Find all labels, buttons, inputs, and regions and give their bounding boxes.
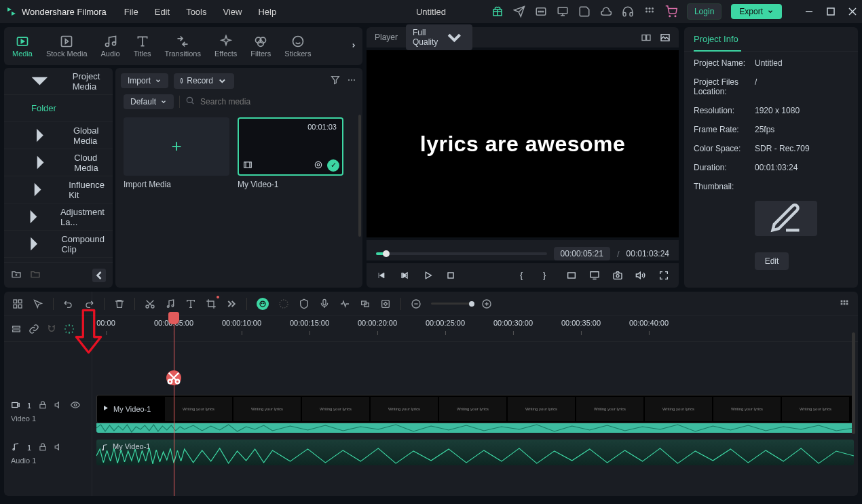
sidebar-item-project-media[interactable]: Project Media bbox=[4, 68, 113, 95]
tab-media[interactable]: Media bbox=[12, 35, 33, 58]
expand-icon[interactable] bbox=[226, 298, 237, 309]
headphones-icon[interactable] bbox=[622, 5, 634, 18]
playhead[interactable] bbox=[174, 316, 174, 496]
message-icon[interactable] bbox=[535, 5, 547, 18]
prev-frame-icon[interactable] bbox=[376, 270, 387, 281]
new-folder-icon[interactable] bbox=[11, 269, 22, 282]
maximize-icon[interactable] bbox=[827, 7, 835, 16]
project-info-tab[interactable]: Project Info bbox=[684, 27, 858, 52]
video-track-header[interactable]: 1 Video 1 bbox=[4, 392, 92, 430]
scrub-bar[interactable] bbox=[376, 252, 547, 255]
mute-icon[interactable] bbox=[54, 400, 64, 412]
mark-out-icon[interactable]: } bbox=[543, 270, 554, 281]
video-clip[interactable]: My Video-1 Writing your lyrics Writing y… bbox=[96, 395, 854, 423]
search-input[interactable] bbox=[200, 97, 354, 106]
collapse-sidebar-icon[interactable] bbox=[92, 269, 106, 282]
add-track-icon[interactable] bbox=[11, 324, 22, 334]
cut-marker-icon[interactable] bbox=[166, 370, 181, 385]
delete-folder-icon[interactable] bbox=[30, 269, 41, 282]
quality-dropdown[interactable]: Full Quality bbox=[406, 24, 472, 51]
sidebar-item-cloud-media[interactable]: Cloud Media bbox=[4, 149, 113, 176]
timeline-body[interactable]: 00:00 00:00:05:00 00:00:10:00 00:00:15:0… bbox=[92, 292, 858, 496]
mark-in-icon[interactable]: { bbox=[520, 270, 531, 281]
beat-icon[interactable] bbox=[339, 298, 350, 309]
timeline-ruler[interactable]: 00:00 00:00:05:00 00:00:10:00 00:00:15:0… bbox=[92, 316, 858, 342]
keyframe-icon[interactable] bbox=[380, 298, 391, 309]
menu-edit[interactable]: Edit bbox=[155, 7, 170, 17]
arrange-icon[interactable] bbox=[12, 298, 23, 309]
lock-icon[interactable] bbox=[38, 442, 48, 454]
timeline-scrollbar[interactable] bbox=[852, 332, 855, 434]
redo-icon[interactable] bbox=[83, 298, 94, 309]
fullscreen-icon[interactable] bbox=[658, 270, 669, 281]
tab-effects[interactable]: Effects bbox=[214, 35, 237, 58]
snapshot-icon[interactable] bbox=[612, 270, 623, 281]
export-button[interactable]: Export bbox=[731, 4, 782, 19]
play-back-icon[interactable] bbox=[399, 270, 410, 281]
link-icon[interactable] bbox=[29, 324, 39, 334]
tab-stickers[interactable]: Stickers bbox=[284, 35, 311, 58]
import-media-tile[interactable]: + Import Media bbox=[124, 117, 229, 189]
ratio-icon[interactable] bbox=[566, 270, 577, 281]
compare-view-icon[interactable] bbox=[641, 31, 652, 44]
tabs-more-icon[interactable] bbox=[350, 41, 357, 52]
minimize-icon[interactable] bbox=[805, 7, 813, 16]
close-icon[interactable] bbox=[848, 7, 857, 16]
menu-tools[interactable]: Tools bbox=[186, 7, 206, 17]
trash-icon[interactable] bbox=[114, 298, 125, 309]
lock-icon[interactable] bbox=[38, 400, 48, 412]
color-icon[interactable] bbox=[278, 298, 289, 309]
crop-icon[interactable] bbox=[206, 298, 217, 309]
send-icon[interactable] bbox=[513, 5, 525, 18]
undo-icon[interactable] bbox=[63, 298, 74, 309]
media-scrollbar[interactable] bbox=[358, 115, 361, 237]
sidebar-item-global-media[interactable]: Global Media bbox=[4, 122, 113, 149]
cursor-icon[interactable] bbox=[33, 298, 43, 309]
cut-icon[interactable] bbox=[145, 298, 155, 309]
gift-icon[interactable] bbox=[491, 5, 504, 18]
cloud-icon[interactable] bbox=[600, 5, 612, 18]
sidebar-item-influence-kit[interactable]: Influence Kit bbox=[4, 176, 113, 203]
play-icon[interactable] bbox=[422, 270, 433, 281]
mute-icon[interactable] bbox=[54, 442, 64, 454]
ai-chip-icon[interactable] bbox=[257, 298, 269, 310]
sort-dropdown[interactable]: Default bbox=[124, 94, 174, 109]
scrub-knob[interactable] bbox=[383, 250, 390, 257]
tab-stock-media[interactable]: Stock Media bbox=[46, 35, 88, 58]
menu-help[interactable]: Help bbox=[258, 7, 276, 17]
view-mode-icon[interactable] bbox=[839, 298, 850, 309]
cart-icon[interactable] bbox=[665, 5, 677, 18]
filter-icon[interactable] bbox=[330, 75, 341, 88]
group-icon[interactable] bbox=[360, 298, 371, 309]
login-button[interactable]: Login bbox=[687, 3, 722, 20]
sidebar-item-compound-clip[interactable]: Compound Clip bbox=[4, 231, 113, 258]
tab-titles[interactable]: Titles bbox=[134, 35, 151, 58]
preview-viewport[interactable]: lyrics are awesome bbox=[367, 50, 679, 237]
mic-icon[interactable] bbox=[319, 298, 330, 309]
zoom-slider[interactable] bbox=[431, 303, 472, 305]
more-options-icon[interactable] bbox=[346, 75, 357, 88]
music-note-icon[interactable] bbox=[165, 298, 176, 309]
tab-filters[interactable]: Filters bbox=[250, 35, 271, 58]
eye-icon[interactable] bbox=[71, 400, 80, 412]
display-icon[interactable] bbox=[589, 270, 600, 281]
stop-icon[interactable] bbox=[445, 270, 456, 281]
image-view-icon[interactable] bbox=[660, 31, 671, 44]
thumbnail-preview[interactable] bbox=[755, 201, 817, 236]
menu-view[interactable]: View bbox=[223, 7, 242, 17]
volume-icon[interactable] bbox=[635, 270, 646, 281]
zoom-out-icon[interactable] bbox=[411, 298, 421, 309]
shield-icon[interactable] bbox=[299, 298, 310, 309]
audio-clip[interactable]: My Video-1 bbox=[96, 440, 854, 465]
tab-transitions[interactable]: Transitions bbox=[165, 35, 201, 58]
monitor-icon[interactable] bbox=[557, 5, 569, 18]
apps-icon[interactable] bbox=[643, 5, 656, 18]
menu-file[interactable]: File bbox=[124, 7, 138, 17]
edit-button[interactable]: Edit bbox=[755, 252, 789, 270]
text-icon[interactable] bbox=[185, 298, 196, 309]
record-button[interactable]: Record bbox=[174, 73, 234, 89]
zoom-in-icon[interactable] bbox=[481, 298, 492, 309]
sidebar-item-folder[interactable]: Folder bbox=[4, 95, 113, 122]
tab-audio[interactable]: Audio bbox=[101, 35, 120, 58]
audio-track-header[interactable]: 1 Audio 1 bbox=[4, 434, 92, 472]
